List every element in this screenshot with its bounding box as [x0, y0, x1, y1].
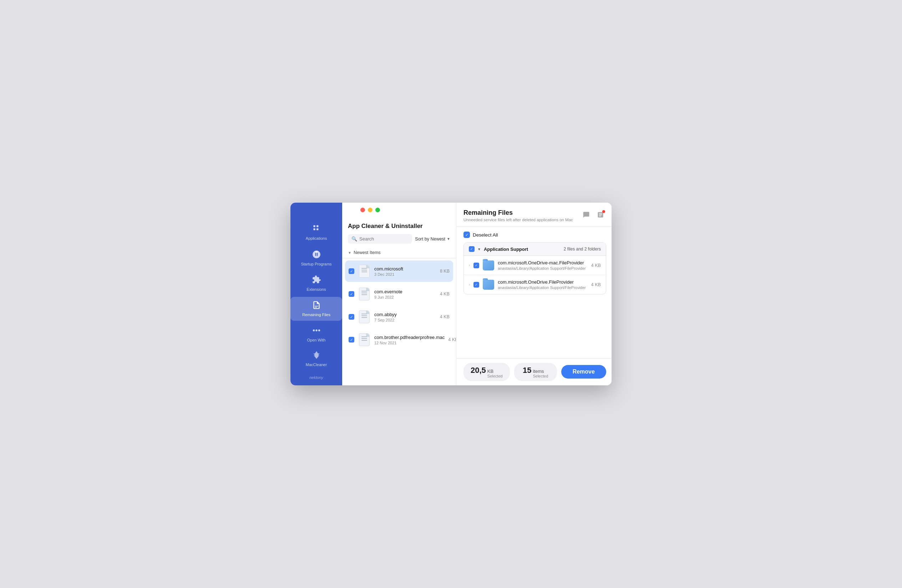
- deselect-all-checkbox[interactable]: ✓: [464, 231, 470, 238]
- folder-items-list: › ✓ com.microsoft.OneDrive-mac.FileProvi…: [464, 256, 606, 294]
- svg-point-2: [318, 329, 320, 331]
- file-check-icon-1: ✓: [350, 292, 353, 296]
- file-name-0: com.microsoft: [374, 266, 436, 272]
- file-item[interactable]: ✓ com.microsoft 3 Dec 2021 8 KB: [345, 260, 453, 282]
- extensions-icon: [312, 275, 321, 286]
- file-info-2: com.abbyy 7 Sep 2022: [374, 312, 436, 322]
- search-icon: 🔍: [351, 236, 357, 242]
- sidebar-item-startup-programs[interactable]: Startup Programs: [290, 246, 342, 270]
- file-name-1: com.evernote: [374, 289, 436, 294]
- file-size-2: 4 KB: [440, 314, 449, 319]
- section-label: Newest Items: [354, 250, 381, 255]
- folder-item-name-1: com.microsoft.OneDrive.FileProvider: [498, 279, 587, 285]
- file-item[interactable]: ✓ com.abbyy 7 Sep 2022 4 KB: [345, 306, 453, 328]
- left-panel: App Cleaner & Uninstaller 🔍 Sort by Newe…: [342, 203, 456, 385]
- file-size-3: 4 KB: [448, 337, 456, 342]
- section-chevron-icon[interactable]: ▼: [348, 251, 351, 255]
- file-name-2: com.abbyy: [374, 312, 436, 317]
- file-checkbox-0[interactable]: ✓: [349, 268, 354, 274]
- chat-button[interactable]: [581, 209, 592, 220]
- traffic-light-yellow[interactable]: [368, 208, 373, 212]
- maccleaner-icon: [312, 350, 321, 361]
- file-size-1: 4 KB: [440, 291, 449, 297]
- sort-button[interactable]: Sort by Newest ▼: [415, 236, 450, 242]
- folder-section-header: ✓ ▼ Application Support 2 files and 2 fo…: [464, 242, 606, 256]
- folder-item-info-0: com.microsoft.OneDrive-mac.FileProvider …: [498, 260, 587, 271]
- size-value: 20,5: [471, 366, 486, 375]
- file-item[interactable]: ✓ com.evernote 9 Jun 2022 4 KB: [345, 283, 453, 305]
- sidebar-item-remaining-files[interactable]: Remaining Files: [290, 297, 342, 321]
- sidebar-bottom: MacCleaner nektony: [290, 347, 342, 385]
- count-value: 15: [523, 366, 531, 375]
- file-item[interactable]: ✓ com.brother.pdfreaderprofree.mac 12 No…: [345, 329, 453, 350]
- sidebar: Applications Startup Programs Exten: [290, 203, 342, 385]
- deselect-check-icon: ✓: [465, 233, 468, 237]
- folder-item-name-0: com.microsoft.OneDrive-mac.FileProvider: [498, 260, 587, 266]
- folder-section-chevron-icon[interactable]: ▼: [478, 247, 481, 251]
- sidebar-open-with-label: Open With: [307, 338, 326, 342]
- folder-expand-icon-1[interactable]: ›: [469, 283, 470, 286]
- search-input[interactable]: [359, 236, 409, 242]
- bottom-bar: 20,5 KB Selected 15 items Selected Remov…: [456, 358, 612, 385]
- file-icon-0: [358, 264, 371, 278]
- file-icon-2: [358, 310, 371, 324]
- traffic-light-red[interactable]: [360, 208, 365, 212]
- sidebar-applications-label: Applications: [306, 236, 327, 241]
- size-sublabel: Selected: [487, 374, 503, 378]
- folder-section-check-icon: ✓: [470, 247, 473, 251]
- folder-item[interactable]: › ✓ com.microsoft.OneDrive-mac.FileProvi…: [464, 256, 606, 275]
- right-header-left: Remaining Files Unneeded service files l…: [464, 209, 573, 222]
- startup-programs-icon: [312, 250, 321, 260]
- sidebar-item-extensions[interactable]: Extensions: [290, 272, 342, 296]
- file-check-icon-2: ✓: [350, 315, 353, 319]
- sidebar-extensions-label: Extensions: [307, 287, 326, 292]
- folder-item[interactable]: › ✓ com.microsoft.OneDrive.FileProvider …: [464, 275, 606, 294]
- file-checkbox-2[interactable]: ✓: [349, 314, 354, 320]
- search-input-wrap[interactable]: 🔍: [348, 234, 412, 244]
- file-info-1: com.evernote 9 Jun 2022: [374, 289, 436, 299]
- traffic-light-green[interactable]: [375, 208, 380, 212]
- remove-button[interactable]: Remove: [561, 365, 606, 378]
- folder-item-size-0: 4 KB: [591, 263, 601, 268]
- file-date-0: 3 Dec 2021: [374, 272, 436, 277]
- maccleaner-label: MacCleaner: [306, 363, 327, 367]
- file-check-icon-3: ✓: [350, 338, 353, 342]
- file-checkbox-3[interactable]: ✓: [349, 337, 354, 342]
- folder-icon-0: [483, 260, 494, 271]
- file-check-icon-0: ✓: [350, 269, 353, 273]
- right-panel: Remaining Files Unneeded service files l…: [456, 203, 612, 385]
- sidebar-remaining-label: Remaining Files: [302, 313, 330, 317]
- folder-item-path-0: anastasiia/Library/Application Support/F…: [498, 266, 587, 271]
- remaining-files-icon: [312, 300, 321, 311]
- right-content: ✓ Deselect All ✓ ▼ Application Support 2…: [456, 227, 612, 358]
- sidebar-item-maccleaner[interactable]: MacCleaner: [290, 347, 342, 370]
- count-unit: items: [533, 369, 548, 374]
- folder-item-path-1: anastasiia/Library/Application Support/F…: [498, 285, 587, 290]
- file-checkbox-1[interactable]: ✓: [349, 291, 354, 297]
- folder-item-checkbox-1[interactable]: ✓: [473, 282, 479, 288]
- left-panel-header: App Cleaner & Uninstaller 🔍 Sort by Newe…: [342, 203, 456, 247]
- applications-icon: [312, 224, 321, 235]
- folder-item-check-icon-0: ✓: [475, 264, 478, 267]
- size-sub-block: KB Selected: [487, 369, 503, 378]
- deselect-all-label: Deselect All: [473, 232, 498, 238]
- folder-expand-icon-0[interactable]: ›: [469, 263, 470, 267]
- sidebar-item-applications[interactable]: Applications: [290, 220, 342, 244]
- file-date-2: 7 Sep 2022: [374, 318, 436, 322]
- folder-icon-1: [483, 280, 494, 290]
- size-stat-pill: 20,5 KB Selected: [464, 363, 510, 381]
- notes-button[interactable]: [595, 209, 606, 220]
- right-panel-title: Remaining Files: [464, 209, 573, 217]
- folder-item-checkbox-0[interactable]: ✓: [473, 263, 479, 268]
- folder-section-checkbox[interactable]: ✓: [469, 246, 474, 252]
- sort-chevron-icon: ▼: [447, 237, 450, 241]
- folder-item-check-icon-1: ✓: [475, 283, 478, 286]
- folder-item-size-1: 4 KB: [591, 282, 601, 287]
- count-sub-block: items Selected: [533, 369, 548, 378]
- deselect-row: ✓ Deselect All: [464, 231, 606, 238]
- file-date-1: 9 Jun 2022: [374, 295, 436, 299]
- sidebar-item-open-with[interactable]: Open With: [290, 322, 342, 346]
- notification-dot: [602, 210, 605, 213]
- nektony-logo: nektony: [309, 375, 323, 380]
- file-info-3: com.brother.pdfreaderprofree.mac 12 Nov …: [374, 335, 445, 345]
